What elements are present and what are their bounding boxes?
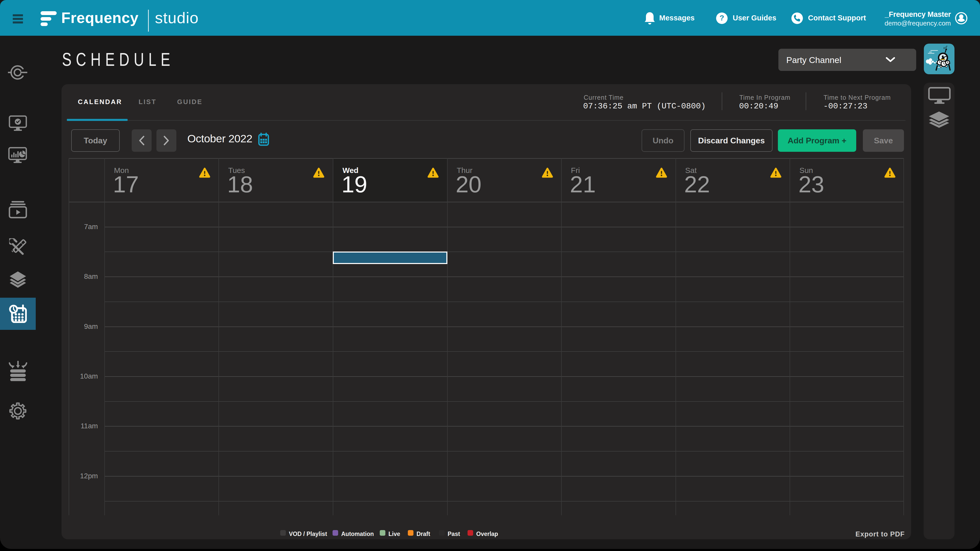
svg-text:?: ? bbox=[719, 14, 724, 22]
